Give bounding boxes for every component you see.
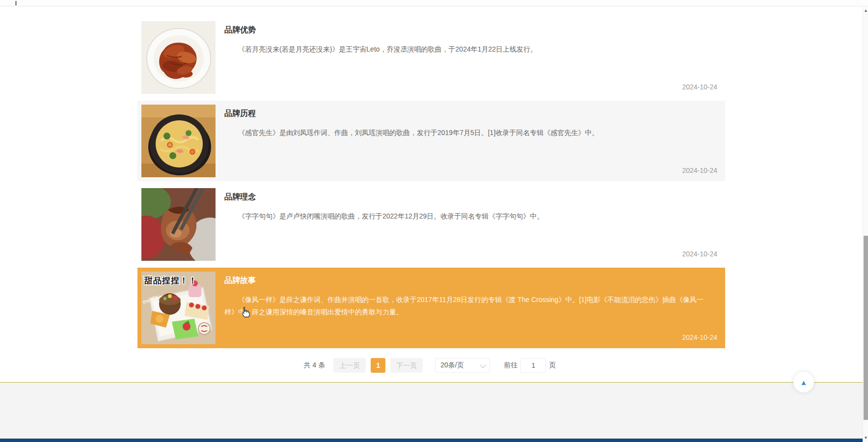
thumbnail-caption-text: 甜品捏捏！！ (144, 276, 197, 285)
article-title: 品牌理念 (224, 192, 717, 202)
footer-area (0, 383, 868, 439)
article-row-brand-history[interactable]: 品牌历程 《感官先生》是由刘凤瑶作词、作曲，刘凤瑶演唱的歌曲，发行于2019年7… (137, 101, 725, 181)
dessert-platter-image: ew 61 甜品捏捏！！ (141, 272, 216, 344)
article-date: 2024-10-24 (682, 83, 717, 91)
back-to-top-button[interactable]: ▲ (793, 372, 814, 392)
article-row-brand-philosophy[interactable]: 品牌理念 《字字句句》是卢卢快闭嘴演唱的歌曲，发行于2022年12月29日。收录… (137, 184, 725, 265)
article-body: 品牌历程 《感官先生》是由刘凤瑶作词、作曲，刘凤瑶演唱的歌曲，发行于2019年7… (224, 105, 717, 177)
roast-duck-chopsticks-image (141, 188, 216, 261)
caret-up-icon: ▲ (800, 379, 808, 386)
top-bar-artifact (15, 1, 17, 5)
article-thumbnail-noodle-soup-bowl (141, 105, 216, 177)
prev-page-button[interactable]: 上一页 (333, 358, 366, 373)
scrollbar[interactable]: ▲ ▼ (863, 7, 868, 442)
bottom-accent-bar (0, 439, 868, 442)
page-number-1-button[interactable]: 1 (371, 358, 385, 373)
jump-label-prefix: 前往 (504, 361, 517, 370)
next-page-button[interactable]: 下一页 (390, 358, 423, 373)
article-date: 2024-10-24 (682, 333, 717, 341)
jump-label-suffix: 页 (549, 361, 556, 370)
article-body: 品牌故事 《像风一样》是薛之谦作词、作曲并演唱的一首歌，收录于2017年11月2… (224, 272, 717, 344)
scroll-down-icon[interactable]: ▼ (863, 435, 868, 441)
article-description: 《字字句句》是卢卢快闭嘴演唱的歌曲，发行于2022年12月29日。收录于同名专辑… (224, 210, 717, 222)
article-thumbnail-roast-duck-chopsticks (141, 188, 216, 261)
pagination-total: 共 4 条 (304, 361, 326, 370)
article-body: 品牌优势 《若月亮没来(若是月亮还没来)》是王宇宙Leto，乔浚丞演唱的歌曲，于… (224, 21, 717, 94)
article-thumbnail-braised-meat-plate (141, 21, 216, 94)
article-row-brand-advantage[interactable]: 品牌优势 《若月亮没来(若是月亮还没来)》是王宇宙Leto，乔浚丞演唱的歌曲，于… (137, 17, 725, 98)
article-title: 品牌优势 (224, 25, 717, 35)
top-header-strip (0, 0, 868, 6)
chevron-down-icon (480, 361, 487, 368)
noodle-soup-bowl-image (141, 105, 216, 177)
scrollbar-thumb[interactable] (864, 236, 868, 420)
article-description: 《若月亮没来(若是月亮还没来)》是王宇宙Leto，乔浚丞演唱的歌曲，于2024年… (224, 43, 717, 55)
page: 品牌优势 《若月亮没来(若是月亮还没来)》是王宇宙Leto，乔浚丞演唱的歌曲，于… (0, 0, 868, 442)
scroll-up-icon[interactable]: ▲ (863, 8, 868, 14)
jump-page-input[interactable] (520, 358, 546, 373)
page-size-select[interactable]: 20条/页 (435, 358, 490, 373)
article-description: 《像风一样》是薛之谦作词、作曲并演唱的一首歌，收录于2017年11月28日发行的… (224, 294, 717, 318)
braised-meat-plate-image (141, 21, 216, 94)
article-title: 品牌历程 (224, 109, 717, 119)
article-title: 品牌故事 (224, 276, 717, 286)
article-list: 品牌优势 《若月亮没来(若是月亮还没来)》是王宇宙Leto，乔浚丞演唱的歌曲，于… (137, 17, 725, 351)
page-size-value: 20条/页 (440, 361, 463, 370)
article-date: 2024-10-24 (682, 250, 717, 258)
article-row-brand-story[interactable]: ew 61 甜品捏捏！！ 品牌故事 《像风一样》是薛之谦作词、作曲并演唱的一首歌… (137, 268, 725, 348)
article-date: 2024-10-24 (682, 166, 717, 174)
pagination: 共 4 条 上一页 1 下一页 20条/页 前往 页 (137, 357, 725, 374)
page-jumper: 前往 页 (501, 358, 559, 373)
article-body: 品牌理念 《字字句句》是卢卢快闭嘴演唱的歌曲，发行于2022年12月29日。收录… (224, 188, 717, 261)
article-description: 《感官先生》是由刘凤瑶作词、作曲，刘凤瑶演唱的歌曲，发行于2019年7月5日。[… (224, 127, 717, 139)
article-thumbnail-dessert-platter: ew 61 甜品捏捏！！ (141, 272, 216, 344)
